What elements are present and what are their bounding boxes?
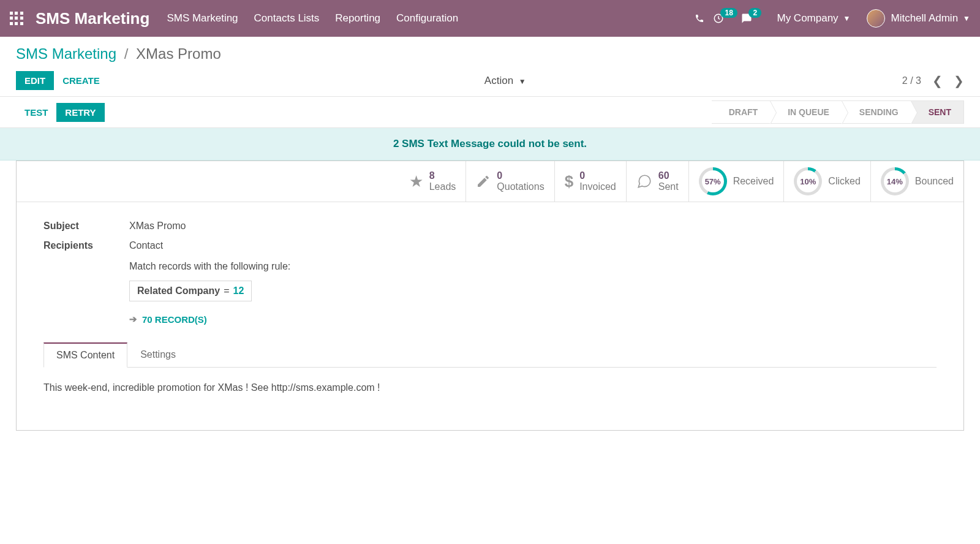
avatar (867, 9, 885, 28)
clock-badge: 18 (720, 8, 737, 18)
stat-quotations[interactable]: 0 Quotations (466, 161, 554, 202)
recipients-label: Recipients (43, 240, 129, 325)
user-name: Mitchell Admin (891, 12, 959, 25)
company-name: My Company (777, 12, 838, 25)
clicked-ring: 10% (794, 167, 822, 195)
status-sent[interactable]: SENT (911, 100, 964, 124)
sms-body-text: This week-end, incredible promotion for … (43, 368, 937, 418)
tab-sms-content[interactable]: SMS Content (43, 342, 127, 368)
chevron-down-icon: ▼ (963, 14, 970, 23)
stat-buttons-row: ★ 8 Leads 0 Quotations $ 0 Inv (17, 161, 963, 202)
pencil-icon (476, 174, 491, 189)
subject-label: Subject (43, 221, 129, 232)
action-menu[interactable]: Action ▼ (108, 75, 902, 87)
form-sheet: ★ 8 Leads 0 Quotations $ 0 Inv (16, 161, 964, 431)
filter-rule-chip: Related Company = 12 (129, 281, 252, 301)
stat-leads[interactable]: ★ 8 Leads (399, 161, 466, 202)
clock-icon[interactable]: 18 (713, 13, 724, 24)
status-sending[interactable]: SENDING (842, 100, 911, 124)
breadcrumb-current: XMas Promo (136, 45, 221, 62)
nav-reporting[interactable]: Reporting (335, 12, 380, 25)
status-in-queue[interactable]: IN QUEUE (771, 100, 842, 124)
nav-sms-marketing[interactable]: SMS Marketing (167, 12, 238, 25)
breadcrumb: SMS Marketing / XMas Promo (16, 45, 964, 62)
star-icon: ★ (409, 172, 423, 191)
status-bar: TEST RETRY DRAFT IN QUEUE SENDING SENT (0, 97, 980, 128)
subject-value: XMas Promo (129, 221, 937, 232)
retry-button[interactable]: RETRY (56, 103, 104, 122)
bounced-ring: 14% (881, 167, 909, 195)
nav-configuration[interactable]: Configuration (396, 12, 458, 25)
breadcrumb-root[interactable]: SMS Marketing (16, 45, 116, 62)
chat-icon[interactable]: 2 (741, 13, 752, 24)
edit-button[interactable]: EDIT (16, 71, 54, 90)
phone-icon[interactable] (695, 13, 704, 23)
received-ring: 57% (699, 167, 727, 195)
stat-clicked[interactable]: 10% Clicked (783, 161, 870, 202)
chat-badge: 2 (748, 8, 761, 18)
pager-prev[interactable]: ❮ (932, 74, 943, 88)
status-draft[interactable]: DRAFT (712, 100, 771, 124)
create-button[interactable]: CREATE (54, 71, 108, 90)
stat-sent[interactable]: 60 Sent (626, 161, 688, 202)
user-menu[interactable]: Mitchell Admin ▼ (867, 9, 971, 28)
match-rule-heading: Match records with the following rule: (129, 261, 937, 272)
chevron-down-icon: ▼ (843, 14, 851, 23)
tabs: SMS Content Settings (43, 342, 937, 368)
dollar-icon: $ (565, 172, 573, 191)
stat-received[interactable]: 57% Received (688, 161, 784, 202)
control-panel: SMS Marketing / XMas Promo EDIT CREATE A… (0, 37, 980, 97)
tab-settings[interactable]: Settings (127, 342, 189, 368)
test-button[interactable]: TEST (16, 103, 56, 122)
arrow-right-icon: ➔ (129, 314, 137, 325)
stat-bounced[interactable]: 14% Bounced (870, 161, 963, 202)
recipients-value: Contact (129, 240, 937, 251)
nav-contacts-lists[interactable]: Contacts Lists (254, 12, 320, 25)
company-switcher[interactable]: My Company ▼ (777, 12, 850, 25)
stat-invoiced[interactable]: $ 0 Invoiced (554, 161, 626, 202)
apps-icon[interactable] (10, 12, 23, 25)
status-steps: DRAFT IN QUEUE SENDING SENT (712, 100, 964, 124)
records-link[interactable]: ➔ 70 RECORD(S) (129, 314, 207, 325)
pager-next[interactable]: ❯ (954, 74, 964, 88)
pager-counter: 2 / 3 (902, 75, 921, 86)
speech-icon (636, 173, 652, 189)
top-navbar: SMS Marketing SMS Marketing Contacts Lis… (0, 0, 980, 37)
chevron-down-icon: ▼ (519, 77, 526, 86)
error-alert: 2 SMS Text Message could not be sent. (0, 128, 980, 161)
brand-title[interactable]: SMS Marketing (36, 9, 149, 28)
